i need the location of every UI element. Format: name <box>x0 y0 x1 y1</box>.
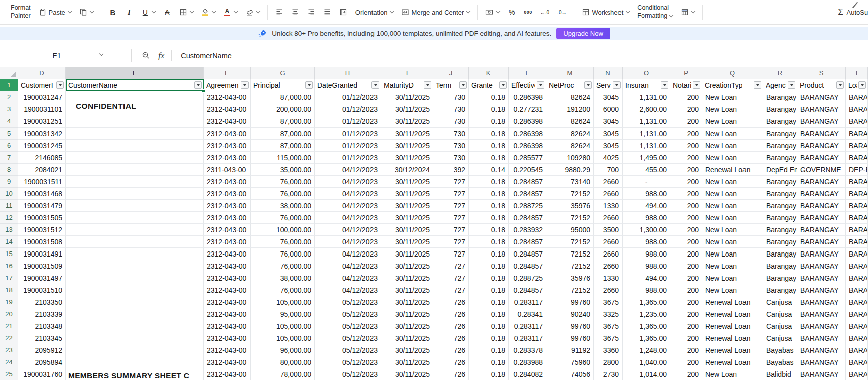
worksheet-button[interactable]: Worksheet <box>578 6 633 18</box>
cell[interactable]: 2084021 <box>18 164 66 176</box>
row-header[interactable]: 11 <box>0 200 18 212</box>
cell[interactable]: 76,000.00 <box>251 248 315 260</box>
cell[interactable] <box>66 296 204 308</box>
cell[interactable]: 35976 <box>546 200 594 212</box>
cell[interactable]: 200 <box>670 128 702 140</box>
cell[interactable]: 2312-043-00 <box>204 91 251 103</box>
cell[interactable]: 200 <box>670 212 702 224</box>
filter-button[interactable] <box>241 81 249 89</box>
cell[interactable]: 730 <box>433 128 469 140</box>
cell[interactable]: 727 <box>433 212 469 224</box>
cell[interactable]: New Loan <box>702 284 763 296</box>
cell[interactable]: 2311-043-00 <box>204 164 251 176</box>
cell[interactable]: 95000 <box>546 224 594 236</box>
zoom-icon[interactable] <box>142 51 150 60</box>
column-header-P[interactable]: P <box>670 67 702 79</box>
cell[interactable]: BARANGAY <box>846 140 868 152</box>
cell[interactable]: 0.18 <box>469 176 509 188</box>
wrap-text-button[interactable] <box>336 6 351 18</box>
cell[interactable]: 04/12/2023 <box>315 284 381 296</box>
cell[interactable]: 04/12/2023 <box>315 248 381 260</box>
cell[interactable] <box>66 176 204 188</box>
cell[interactable]: 0.18 <box>469 248 509 260</box>
cell[interactable]: BARANGAY <box>797 248 846 260</box>
cell[interactable]: BARANGAY <box>846 188 868 200</box>
cell[interactable]: 727 <box>433 224 469 236</box>
cell[interactable] <box>66 128 204 140</box>
header-cell-T1[interactable]: LoanPr <box>846 79 868 91</box>
cell[interactable]: 2312-043-00 <box>204 296 251 308</box>
cell[interactable]: 35,000.00 <box>251 164 315 176</box>
cell[interactable]: 988.00 <box>623 188 670 200</box>
cell[interactable]: 96,000.00 <box>251 344 315 356</box>
cell[interactable]: 700 <box>594 164 623 176</box>
filter-button[interactable] <box>305 81 313 89</box>
cell[interactable]: 99760 <box>546 320 594 332</box>
cell[interactable]: DEP-ED <box>846 164 868 176</box>
upgrade-now-button[interactable]: Upgrade Now <box>556 28 610 40</box>
column-header-T[interactable]: T <box>846 67 868 79</box>
cell[interactable]: 0.18 <box>469 332 509 344</box>
cell[interactable]: 1900031512 <box>18 224 66 236</box>
cell[interactable]: 0.283117 <box>509 296 546 308</box>
cell[interactable]: 0.285577 <box>509 152 546 164</box>
cell[interactable]: Canjusa <box>763 320 797 332</box>
cell[interactable]: Renewal Loan <box>702 164 763 176</box>
cell[interactable]: 0.283117 <box>509 320 546 332</box>
cell[interactable]: 200 <box>670 356 702 368</box>
strikethrough-button[interactable]: A <box>160 6 175 18</box>
cell[interactable]: 76,000.00 <box>251 188 315 200</box>
row-header[interactable]: 1 <box>0 79 18 91</box>
row-header[interactable]: 7 <box>0 152 18 164</box>
cell[interactable]: 82624 <box>546 91 594 103</box>
cell[interactable]: BARANGAY <box>846 91 868 103</box>
cell[interactable]: 726 <box>433 356 469 368</box>
cell[interactable]: 726 <box>433 332 469 344</box>
filter-button[interactable] <box>194 81 202 89</box>
cell[interactable]: 2312-043-00 <box>204 188 251 200</box>
select-all-corner[interactable] <box>0 67 18 79</box>
cell[interactable]: 0.284857 <box>509 236 546 248</box>
cell[interactable]: 3675 <box>594 320 623 332</box>
cell[interactable]: 0.18 <box>469 188 509 200</box>
comma-style-button[interactable]: 000 <box>520 8 536 17</box>
cell[interactable]: Canjusa <box>763 296 797 308</box>
header-cell-L1[interactable]: Effective <box>509 79 546 91</box>
underline-button[interactable]: U <box>138 6 159 18</box>
column-header-O[interactable]: O <box>623 67 670 79</box>
name-box-chevron-icon[interactable] <box>99 51 103 55</box>
cell[interactable]: Renewal Loan <box>702 332 763 344</box>
cell[interactable]: 3045 <box>594 91 623 103</box>
cell[interactable]: 1900031508 <box>18 236 66 248</box>
cell[interactable]: BARANGAY <box>846 152 868 164</box>
cell[interactable] <box>66 248 204 260</box>
cell[interactable]: 30/11/2025 <box>381 103 433 115</box>
cell[interactable]: 30/11/2025 <box>381 224 433 236</box>
cell[interactable]: Barangay 5 <box>763 91 797 103</box>
cell[interactable]: 726 <box>433 344 469 356</box>
cell[interactable]: Barangay 2 <box>763 212 797 224</box>
cell[interactable]: 1900031251 <box>18 115 66 128</box>
cell[interactable] <box>66 308 204 320</box>
cell[interactable]: 2312-043-00 <box>204 368 251 380</box>
cell[interactable]: 2312-043-00 <box>204 332 251 344</box>
filter-button[interactable] <box>858 81 866 89</box>
cell[interactable]: BARANGAY <box>846 128 868 140</box>
cell[interactable]: 30/11/2025 <box>381 332 433 344</box>
cell[interactable] <box>66 284 204 296</box>
column-header-E[interactable]: E <box>66 67 204 79</box>
cell[interactable] <box>66 152 204 164</box>
cell[interactable]: 01/12/2023 <box>315 152 381 164</box>
header-cell-K1[interactable]: Grante <box>469 79 509 91</box>
header-cell-I1[interactable]: MaturityD <box>381 79 433 91</box>
row-header[interactable]: 25 <box>0 368 18 380</box>
cell[interactable]: 0.18 <box>469 368 509 380</box>
cell[interactable]: GOVERNME <box>797 164 846 176</box>
cell[interactable]: BARANGAY <box>846 368 868 380</box>
cell[interactable]: 2146085 <box>18 152 66 164</box>
cell[interactable]: BARANGAY <box>797 200 846 212</box>
cell[interactable]: 988.00 <box>623 248 670 260</box>
cell[interactable]: 30/11/2025 <box>381 140 433 152</box>
cell[interactable]: 1,495.00 <box>623 152 670 164</box>
percent-style-button[interactable]: % <box>504 6 519 18</box>
